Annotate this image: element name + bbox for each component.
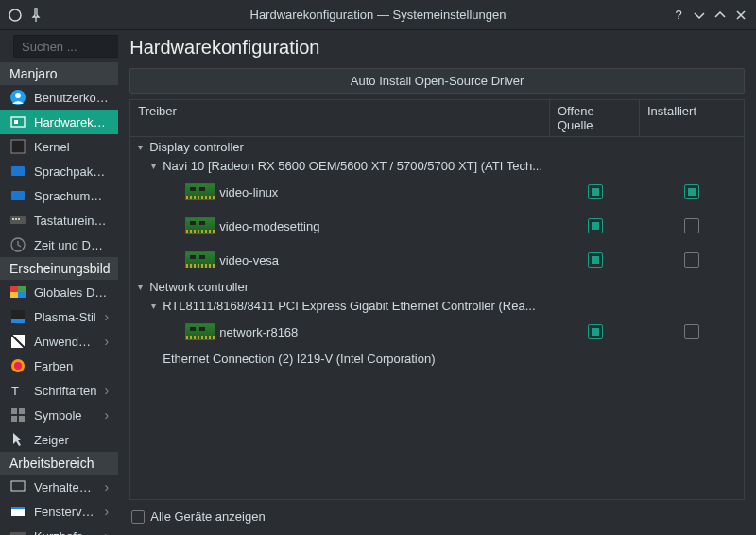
tree-row-nic1[interactable]: ▾ RTL8111/8168/8411 PCI Express Gigabit … [130,296,744,315]
driver-name: video-vesa [219,253,279,268]
sidebar-item-symbole[interactable]: Symbole › [0,403,118,427]
tree-label: Navi 10 [Radeon RX 5600 OEM/5600 XT / 57… [163,159,542,173]
sidebar-item-label: Farben [34,359,109,373]
svg-rect-4 [14,120,18,124]
content: Hardwarekonfiguration Auto Install Open-… [118,30,756,535]
driver-tree: Treiber Offene Quelle Installiert ▾ Disp… [129,99,745,500]
sidebar-item-tastatur[interactable]: Tastatureinstellungen [0,208,118,233]
installed-checkbox[interactable] [684,324,699,339]
sidebar-item-fenster[interactable]: Fensterverwaltung › [0,499,118,524]
help-icon[interactable]: ? [671,8,686,23]
app-menu-icon[interactable] [8,8,23,23]
sidebar-item-sprachumgebung[interactable]: Sprachumgebungseinstellungen [0,183,118,208]
minimize-icon[interactable] [692,8,707,23]
driver-name: video-linux [219,185,278,199]
svg-rect-24 [11,408,17,414]
sidebar-item-benutzerkonten[interactable]: Benutzerkonten [0,85,118,110]
tree-row-display-controller[interactable]: ▾ Display controller [130,137,744,156]
svg-rect-5 [11,140,25,153]
col-treiber[interactable]: Treiber [130,100,550,136]
locale-icon [9,187,26,204]
sidebar-item-label: Symbole [34,408,97,423]
show-all-label: Alle Geräte anzeigen [150,509,265,524]
chevron-down-icon[interactable]: ▾ [134,282,146,292]
chevron-right-icon: › [105,383,110,398]
sidebar-item-globales-design[interactable]: Globales Design [0,280,118,304]
open-source-checkbox[interactable] [588,218,603,233]
section-arbeitsbereich: Arbeitsbereich [0,452,118,475]
col-open[interactable]: Offene Quelle [550,100,640,136]
chevron-right-icon: › [105,504,110,519]
sidebar-item-label: Kurzbefehle [34,529,97,536]
page-title: Hardwarekonfiguration [129,35,745,62]
svg-rect-7 [11,191,25,200]
user-icon [9,89,26,106]
section-manjaro: Manjaro [0,62,118,85]
svg-rect-15 [18,286,26,292]
installed-checkbox[interactable] [684,252,699,268]
open-source-checkbox[interactable] [588,184,603,199]
design-icon [9,284,26,301]
windowmgmt-icon [9,503,26,520]
sidebar-item-zeiger[interactable]: Zeiger [0,427,118,452]
language-icon [9,163,26,180]
chevron-down-icon[interactable]: ▾ [134,142,146,152]
svg-rect-9 [12,218,14,220]
svg-rect-17 [18,292,26,298]
installed-checkbox[interactable] [684,218,699,233]
tree-row-driver[interactable]: video-linux [130,175,744,209]
workspace-icon [9,478,26,495]
tree-row-driver[interactable]: network-r8168 [130,315,744,349]
section-erscheinungsbild: Erscheinungsbild [0,257,118,280]
sidebar-item-kurzbefehle[interactable]: Kurzbefehle › [0,524,118,535]
svg-rect-30 [11,507,25,509]
chevron-down-icon[interactable]: ▾ [147,301,159,311]
tree-row-network-controller[interactable]: ▾ Network controller [130,277,744,296]
sidebar: Manjaro Benutzerkonten Hardwarekonfigura… [0,30,118,535]
pcb-icon [185,183,215,200]
svg-rect-10 [15,218,17,220]
installed-checkbox[interactable] [684,184,699,199]
show-all-checkbox[interactable] [131,510,145,524]
svg-rect-27 [19,416,25,422]
open-source-checkbox[interactable] [588,252,603,268]
tree-row-driver[interactable]: video-vesa [130,243,744,277]
clock-icon [9,236,26,253]
sidebar-item-sprachpakete[interactable]: Sprachpakete [0,159,118,183]
appstyle-icon [9,333,26,350]
font-icon: T [9,382,26,399]
sidebar-item-label: Globales Design [34,285,109,300]
chevron-down-icon[interactable]: ▾ [147,161,159,171]
chevron-right-icon: › [105,479,110,494]
tree-row-gpu[interactable]: ▾ Navi 10 [Radeon RX 5600 OEM/5600 XT / … [130,156,744,175]
sidebar-item-kernel[interactable]: Kernel [0,134,118,159]
maximize-icon[interactable] [713,8,728,23]
search-input[interactable] [13,35,118,58]
sidebar-item-zeit[interactable]: Zeit und Datum [0,233,118,257]
pin-icon[interactable] [28,8,43,23]
chevron-right-icon: › [105,309,110,324]
sidebar-item-label: Sprachpakete [34,164,109,179]
sidebar-item-hardware[interactable]: Hardwarekonfiguration [0,110,118,134]
colors-icon [9,357,26,374]
pcb-icon [185,323,215,340]
sidebar-item-label: Tastatureinstellungen [34,214,109,228]
close-icon[interactable] [733,8,748,23]
open-source-checkbox[interactable] [588,324,603,339]
sidebar-item-anwendungs-stil[interactable]: Anwendungs-Stil › [0,329,118,354]
sidebar-item-farben[interactable]: Farben [0,354,118,378]
tree-label: RTL8111/8168/8411 PCI Express Gigabit Et… [163,299,535,313]
hardware-icon [9,113,26,130]
sidebar-item-label: Verhalten des Arbeitsbereichs [34,480,97,494]
auto-install-button[interactable]: Auto Install Open-Source Driver [129,68,745,94]
sidebar-item-plasma-stil[interactable]: Plasma-Stil › [0,304,118,329]
svg-point-22 [14,362,22,370]
tree-row-nic2[interactable]: Ethernet Connection (2) I219-V (Intel Co… [130,349,744,368]
sidebar-item-verhalten[interactable]: Verhalten des Arbeitsbereichs › [0,475,118,499]
sidebar-item-schriftarten[interactable]: T Schriftarten › [0,378,118,403]
svg-point-0 [9,9,21,21]
chevron-right-icon: › [105,528,110,535]
sidebar-item-label: Benutzerkonten [34,91,109,105]
col-installed[interactable]: Installiert [640,100,744,136]
tree-row-driver[interactable]: video-modesetting [130,209,744,243]
